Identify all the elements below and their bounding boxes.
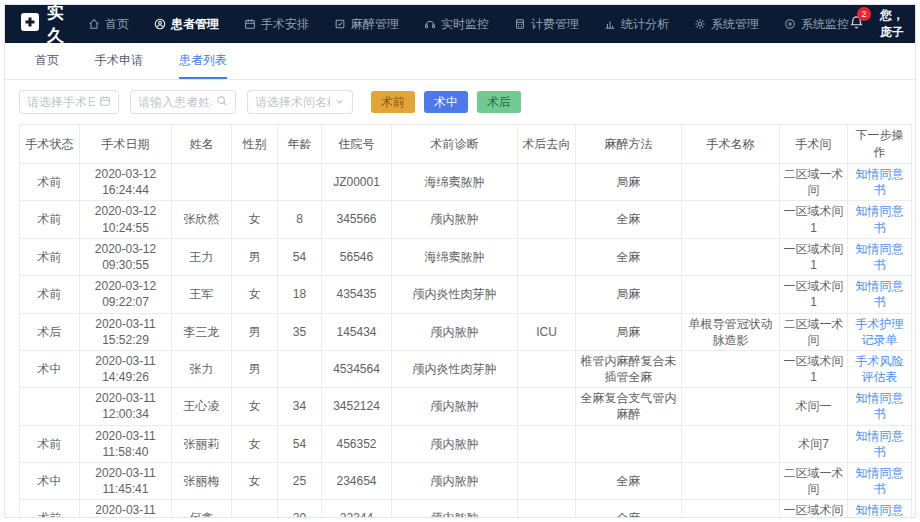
cell-surgery-name (682, 201, 780, 238)
cell-status: 术后 (20, 313, 80, 350)
cell-name: 张力 (172, 350, 232, 387)
filter-postop-button[interactable]: 术后 (477, 91, 521, 113)
cell-next-step: 知情同意书 (848, 201, 912, 238)
notification-bell[interactable]: 2 (849, 15, 864, 34)
patient-icon (154, 18, 166, 30)
patient-table: 手术状态 手术日期 姓名 性别 年龄 住院号 术前诊断 术后去向 麻醉方法 手术… (19, 124, 912, 518)
room-select-placeholder: 请选择术间名称 (255, 94, 330, 111)
table-header-row: 手术状态 手术日期 姓名 性别 年龄 住院号 术前诊断 术后去向 麻醉方法 手术… (20, 125, 912, 164)
patient-search-input[interactable] (138, 95, 212, 109)
table-row: 术前 2020-03-11 11:58:40 张丽莉 女 54 456352 颅… (20, 425, 912, 462)
cell-date: 2020-03-11 11:45:41 (80, 463, 172, 500)
nav-item-live-monitor[interactable]: 实时监控 (424, 16, 489, 33)
cell-destination (518, 276, 576, 313)
cell-destination (518, 238, 576, 275)
cell-diagnosis: 颅内炎性肉芽肿 (392, 350, 518, 387)
cell-surgery-name (682, 388, 780, 425)
cell-destination (518, 201, 576, 238)
cell-destination (518, 164, 576, 201)
cell-status: 术前 (20, 500, 80, 518)
cell-date-day: 2020-03-11 (83, 353, 168, 369)
cell-room: 二区域一术间 (780, 164, 848, 201)
cell-name: 张欣然 (172, 201, 232, 238)
search-icon (212, 93, 228, 111)
tab-patient-list[interactable]: 患者列表 (179, 43, 227, 79)
cell-anesthesia: 局麻 (576, 164, 682, 201)
cell-name: 王心凌 (172, 388, 232, 425)
cell-date: 2020-03-11 10:28:53 (80, 500, 172, 518)
cell-next-step: 知情同意书 (848, 463, 912, 500)
cell-diagnosis: 颅内脓肿 (392, 388, 518, 425)
nav-item-label: 统计分析 (621, 16, 669, 33)
cell-anesthesia: 全麻 (576, 463, 682, 500)
cell-anesthesia: 全麻 (576, 500, 682, 518)
next-step-link[interactable]: 知情同意书 (856, 466, 904, 496)
cell-admission-no: JZ00001 (322, 164, 392, 201)
next-step-link[interactable]: 知情同意书 (856, 503, 904, 518)
col-date: 手术日期 (80, 125, 172, 164)
cell-status: 术前 (20, 164, 80, 201)
cell-admission-no: 435435 (322, 276, 392, 313)
next-step-link[interactable]: 知情同意书 (856, 242, 904, 272)
cell-surgery-name (682, 164, 780, 201)
calculator-icon (514, 18, 526, 30)
nav-item-system-monitor[interactable]: 系统监控 (784, 16, 849, 33)
gear-icon (694, 18, 706, 30)
cell-admission-no: 456352 (322, 425, 392, 462)
table-body: 术前 2020-03-12 16:24:44 JZ00001 海绵窦脓肿 局麻 … (20, 164, 912, 519)
cell-status (20, 388, 80, 425)
nav-item-label: 患者管理 (171, 16, 219, 33)
cell-destination (518, 463, 576, 500)
nav-item-label: 系统监控 (801, 16, 849, 33)
top-navbar: 达实久信 首页 患者管理 手术安排 麻醉管理 实时监控 (5, 5, 915, 43)
cell-date-day: 2020-03-12 (83, 278, 168, 294)
cell-diagnosis: 海绵窦脓肿 (392, 238, 518, 275)
nav-item-home[interactable]: 首页 (88, 16, 129, 33)
nav-item-label: 计费管理 (531, 16, 579, 33)
cell-anesthesia: 局麻 (576, 276, 682, 313)
table-row: 术后 2020-03-11 15:52:29 李三龙 男 35 145434 颅… (20, 313, 912, 350)
surgery-date-picker[interactable] (19, 90, 119, 114)
cell-date-time: 16:24:44 (83, 182, 168, 198)
cell-date-day: 2020-03-11 (83, 316, 168, 332)
next-step-link[interactable]: 知情同意书 (856, 167, 904, 197)
main-nav: 首页 患者管理 手术安排 麻醉管理 实时监控 计费管理 (88, 16, 849, 33)
patient-search-field[interactable] (130, 90, 236, 114)
cell-status: 术前 (20, 425, 80, 462)
nav-item-anesthesia[interactable]: 麻醉管理 (334, 16, 399, 33)
cell-date-time: 09:30:55 (83, 257, 168, 273)
cell-date-day: 2020-03-11 (83, 465, 168, 481)
nav-item-billing[interactable]: 计费管理 (514, 16, 579, 33)
cell-date: 2020-03-11 12:00:34 (80, 388, 172, 425)
nav-item-statistics[interactable]: 统计分析 (604, 16, 669, 33)
cell-date-time: 11:45:41 (83, 481, 168, 497)
next-step-link[interactable]: 知情同意书 (856, 391, 904, 421)
cell-next-step: 知情同意书 (848, 500, 912, 518)
cell-admission-no: 22344 (322, 500, 392, 518)
cell-gender: 男 (232, 313, 278, 350)
cell-diagnosis: 颅内脓肿 (392, 463, 518, 500)
nav-item-system-settings[interactable]: 系统管理 (694, 16, 759, 33)
tab-home[interactable]: 首页 (35, 43, 59, 79)
filter-intraop-button[interactable]: 术中 (424, 91, 468, 113)
surgery-date-input[interactable] (27, 95, 95, 109)
nav-item-surgery-schedule[interactable]: 手术安排 (244, 16, 309, 33)
cell-name: 张丽莉 (172, 425, 232, 462)
next-step-link[interactable]: 知情同意书 (856, 279, 904, 309)
filter-preop-button[interactable]: 术前 (371, 91, 415, 113)
cell-diagnosis: 颅内脓肿 (392, 201, 518, 238)
cell-next-step: 知情同意书 (848, 388, 912, 425)
cell-surgery-name (682, 350, 780, 387)
next-step-link[interactable]: 手术护理记录单 (856, 317, 904, 347)
nav-item-label: 实时监控 (441, 16, 489, 33)
room-select[interactable]: 请选择术间名称 (247, 90, 353, 114)
cell-status: 术前 (20, 201, 80, 238)
cell-date-day: 2020-03-11 (83, 428, 168, 444)
next-step-link[interactable]: 知情同意书 (856, 204, 904, 234)
next-step-link[interactable]: 知情同意书 (856, 429, 904, 459)
cell-date: 2020-03-12 10:24:55 (80, 201, 172, 238)
tab-surgery-request[interactable]: 手术申请 (95, 43, 143, 79)
cell-admission-no: 3452124 (322, 388, 392, 425)
next-step-link[interactable]: 手术风险评估表 (856, 354, 904, 384)
nav-item-patients[interactable]: 患者管理 (154, 16, 219, 33)
